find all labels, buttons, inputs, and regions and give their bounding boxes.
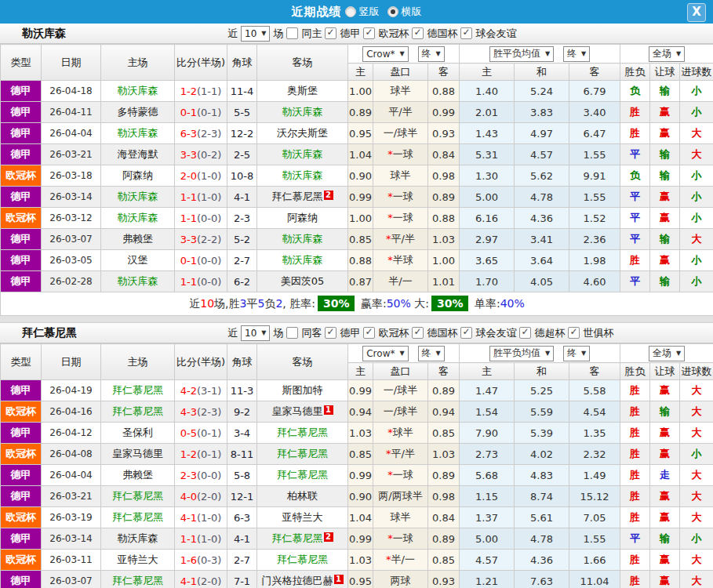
rank-badge: 2	[324, 191, 333, 200]
summary-segment: 50%	[387, 297, 411, 310]
competition-checkbox[interactable]	[412, 27, 424, 39]
column-header: 类型	[1, 344, 42, 380]
competition-checkbox[interactable]	[460, 27, 472, 39]
competition-checkbox[interactable]	[460, 327, 472, 339]
avg-draw: 5.24	[515, 81, 569, 102]
company-select[interactable]: Crow*▼	[362, 346, 408, 361]
score-cell: 4-1(2-0)	[175, 571, 227, 588]
competition-badge: 德甲	[1, 271, 42, 292]
final-avg-select[interactable]: 终▼	[563, 46, 590, 62]
avg-select[interactable]: 胜平负均值▼	[489, 46, 554, 62]
avg-draw: 4.78	[515, 528, 569, 550]
radio-vertical-layout[interactable]: 竖版	[345, 5, 380, 19]
score-cell: 1-1(1-0)	[175, 528, 227, 550]
same-venue-checkbox[interactable]	[286, 27, 298, 39]
result-goals: 大	[680, 229, 713, 250]
odds-away: 0.98	[428, 165, 460, 187]
result-goals: 小	[680, 444, 713, 465]
avg-home: 5.00	[460, 528, 515, 550]
avg-home: 5.31	[460, 144, 515, 165]
competition-checkbox[interactable]	[325, 27, 336, 39]
match-count-select[interactable]: 10▼	[241, 26, 270, 42]
odds-home: 0.90	[348, 165, 373, 187]
competition-checkbox[interactable]	[568, 327, 580, 339]
corners: 4-1	[227, 187, 257, 208]
competition-badge: 德甲	[1, 102, 42, 123]
home-team: 亚特兰大	[101, 550, 175, 571]
handicap: 球半	[373, 81, 428, 102]
full-score: 0-1	[180, 255, 197, 267]
match-count-select[interactable]: 10▼	[241, 325, 270, 341]
home-team: 勒沃库森	[101, 123, 175, 144]
result-goals: 小	[680, 165, 713, 187]
competition-checkbox[interactable]	[363, 27, 375, 39]
radio-horizontal-layout[interactable]: 横版	[387, 5, 422, 19]
odds-away: 0.93	[428, 123, 460, 144]
corners: 12-2	[227, 123, 257, 144]
same-venue-checkbox[interactable]	[286, 327, 298, 339]
match-date: 26-04-04	[42, 123, 101, 144]
competition-label: 德甲	[340, 27, 360, 41]
result-handicap: 输	[650, 81, 680, 102]
final-avg-select[interactable]: 终▼	[563, 346, 590, 361]
competition-checkbox[interactable]	[519, 327, 531, 339]
result-goals: 大	[680, 465, 713, 486]
competition-checkbox[interactable]	[412, 327, 424, 339]
star-mark: *	[386, 448, 391, 459]
avg-draw: 4.36	[515, 208, 569, 229]
avg-group: 胜平负均值▼终▼	[460, 344, 620, 363]
away-team: 拜仁慕尼黑	[257, 465, 348, 486]
competition-label: 欧冠杯	[378, 27, 409, 41]
avg-away: 1.35	[569, 423, 620, 444]
sub-column-header: 盘口	[373, 363, 428, 380]
final-odds-select[interactable]: 终▼	[418, 46, 445, 62]
avg-away: 7.05	[569, 507, 620, 528]
summary-segment: 10	[200, 297, 214, 310]
result-handicap: 走	[650, 465, 680, 486]
result-outcome: 胜	[620, 250, 650, 271]
competition-badge: 德甲	[1, 123, 42, 144]
half-score: (3-1)	[197, 385, 221, 397]
score-cell: 3-3(0-2)	[175, 144, 227, 165]
avg-home: 2.73	[460, 444, 515, 465]
corners: 6-3	[227, 507, 257, 528]
match-row: 德甲26-04-04弗赖堡2-3(0-0)5-8拜仁慕尼黑0.99*一球0.89…	[1, 465, 713, 486]
away-team: 柏林联	[257, 486, 348, 507]
match-row: 欧冠杯26-03-11亚特兰大1-6(0-3)2-7拜仁慕尼黑1.03*半/一0…	[1, 550, 713, 571]
competition-checkbox[interactable]	[325, 327, 336, 339]
sub-column-header: 让球	[650, 64, 680, 81]
result-handicap: 赢	[650, 423, 680, 444]
final-odds-select[interactable]: 终▼	[418, 346, 445, 361]
handicap: 球半	[373, 507, 428, 528]
result-outcome: 负	[620, 81, 650, 102]
avg-home: 1.43	[460, 123, 515, 144]
avg-draw: 5.59	[515, 401, 569, 423]
sub-column-header: 胜负	[620, 363, 650, 380]
result-goals: 大	[680, 423, 713, 444]
close-button[interactable]: X	[687, 3, 706, 22]
company-select[interactable]: Crow*▼	[362, 46, 408, 62]
rank-badge: 1	[324, 405, 333, 415]
full-score: 4-1	[180, 512, 197, 524]
score-cell: 6-3(2-3)	[175, 123, 227, 144]
avg-away: 2.36	[569, 229, 620, 250]
handicap: *一球	[373, 208, 428, 229]
home-team: 拜仁慕尼黑	[101, 571, 175, 588]
full-score: 1-2	[180, 85, 197, 97]
score-cell: 4-3(2-3)	[175, 401, 227, 423]
odds-home: 0.99	[348, 187, 373, 208]
match-row: 欧冠杯26-03-18阿森纳2-0(1-0)10-8勒沃库森0.90球半0.98…	[1, 165, 713, 187]
final-avg-select-value: 终	[567, 347, 577, 360]
dropdown-arrow-icon: ▼	[399, 50, 404, 57]
column-header: 客场	[257, 344, 348, 380]
home-team: 勒沃库森	[101, 187, 175, 208]
competition-checkbox[interactable]	[363, 327, 375, 339]
summary-segment: 30%	[431, 296, 469, 311]
scope-select[interactable]: 全场▼	[649, 346, 685, 361]
scope-select[interactable]: 全场▼	[649, 46, 685, 62]
home-team: 汉堡	[101, 250, 175, 271]
avg-away: 5.58	[569, 380, 620, 401]
sub-column-header: 主	[460, 363, 515, 380]
avg-select[interactable]: 胜平负均值▼	[489, 346, 554, 361]
handicap: *一球	[373, 528, 428, 550]
